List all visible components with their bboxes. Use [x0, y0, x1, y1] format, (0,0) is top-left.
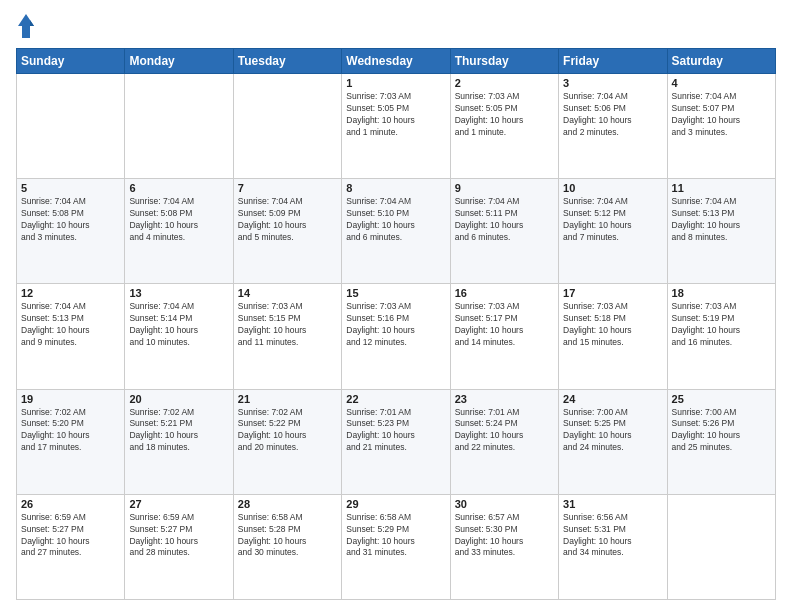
calendar-cell [125, 74, 233, 179]
day-number: 22 [346, 393, 445, 405]
day-number: 20 [129, 393, 228, 405]
calendar-cell: 24Sunrise: 7:00 AM Sunset: 5:25 PM Dayli… [559, 389, 667, 494]
day-info: Sunrise: 7:04 AM Sunset: 5:10 PM Dayligh… [346, 196, 445, 244]
day-number: 21 [238, 393, 337, 405]
calendar-cell: 2Sunrise: 7:03 AM Sunset: 5:05 PM Daylig… [450, 74, 558, 179]
calendar-cell: 15Sunrise: 7:03 AM Sunset: 5:16 PM Dayli… [342, 284, 450, 389]
logo [16, 12, 40, 40]
calendar-cell: 14Sunrise: 7:03 AM Sunset: 5:15 PM Dayli… [233, 284, 341, 389]
calendar-cell: 10Sunrise: 7:04 AM Sunset: 5:12 PM Dayli… [559, 179, 667, 284]
day-info: Sunrise: 7:03 AM Sunset: 5:05 PM Dayligh… [455, 91, 554, 139]
weekday-label: Monday [125, 49, 233, 74]
day-number: 11 [672, 182, 771, 194]
calendar-cell: 21Sunrise: 7:02 AM Sunset: 5:22 PM Dayli… [233, 389, 341, 494]
day-info: Sunrise: 6:57 AM Sunset: 5:30 PM Dayligh… [455, 512, 554, 560]
calendar-cell: 20Sunrise: 7:02 AM Sunset: 5:21 PM Dayli… [125, 389, 233, 494]
day-number: 15 [346, 287, 445, 299]
calendar-cell [667, 494, 775, 599]
calendar-cell: 13Sunrise: 7:04 AM Sunset: 5:14 PM Dayli… [125, 284, 233, 389]
day-info: Sunrise: 7:04 AM Sunset: 5:11 PM Dayligh… [455, 196, 554, 244]
day-number: 3 [563, 77, 662, 89]
calendar-week-row: 26Sunrise: 6:59 AM Sunset: 5:27 PM Dayli… [17, 494, 776, 599]
day-info: Sunrise: 6:58 AM Sunset: 5:28 PM Dayligh… [238, 512, 337, 560]
day-number: 6 [129, 182, 228, 194]
day-info: Sunrise: 7:04 AM Sunset: 5:08 PM Dayligh… [129, 196, 228, 244]
weekday-label: Wednesday [342, 49, 450, 74]
day-info: Sunrise: 7:01 AM Sunset: 5:24 PM Dayligh… [455, 407, 554, 455]
day-info: Sunrise: 6:59 AM Sunset: 5:27 PM Dayligh… [129, 512, 228, 560]
calendar-cell: 6Sunrise: 7:04 AM Sunset: 5:08 PM Daylig… [125, 179, 233, 284]
day-number: 19 [21, 393, 120, 405]
day-info: Sunrise: 6:58 AM Sunset: 5:29 PM Dayligh… [346, 512, 445, 560]
calendar-cell: 11Sunrise: 7:04 AM Sunset: 5:13 PM Dayli… [667, 179, 775, 284]
page-header [16, 12, 776, 40]
day-info: Sunrise: 7:00 AM Sunset: 5:25 PM Dayligh… [563, 407, 662, 455]
weekday-label: Thursday [450, 49, 558, 74]
calendar-cell [17, 74, 125, 179]
day-info: Sunrise: 7:03 AM Sunset: 5:16 PM Dayligh… [346, 301, 445, 349]
calendar-cell: 9Sunrise: 7:04 AM Sunset: 5:11 PM Daylig… [450, 179, 558, 284]
calendar-body: 1Sunrise: 7:03 AM Sunset: 5:05 PM Daylig… [17, 74, 776, 600]
day-info: Sunrise: 7:03 AM Sunset: 5:17 PM Dayligh… [455, 301, 554, 349]
day-info: Sunrise: 7:01 AM Sunset: 5:23 PM Dayligh… [346, 407, 445, 455]
weekday-label: Sunday [17, 49, 125, 74]
day-number: 2 [455, 77, 554, 89]
calendar-cell: 16Sunrise: 7:03 AM Sunset: 5:17 PM Dayli… [450, 284, 558, 389]
day-info: Sunrise: 7:04 AM Sunset: 5:13 PM Dayligh… [21, 301, 120, 349]
day-number: 10 [563, 182, 662, 194]
calendar-table: SundayMondayTuesdayWednesdayThursdayFrid… [16, 48, 776, 600]
day-info: Sunrise: 7:04 AM Sunset: 5:08 PM Dayligh… [21, 196, 120, 244]
calendar-cell: 4Sunrise: 7:04 AM Sunset: 5:07 PM Daylig… [667, 74, 775, 179]
day-number: 9 [455, 182, 554, 194]
day-info: Sunrise: 7:02 AM Sunset: 5:20 PM Dayligh… [21, 407, 120, 455]
day-info: Sunrise: 6:56 AM Sunset: 5:31 PM Dayligh… [563, 512, 662, 560]
day-number: 28 [238, 498, 337, 510]
day-info: Sunrise: 7:02 AM Sunset: 5:21 PM Dayligh… [129, 407, 228, 455]
calendar-cell: 3Sunrise: 7:04 AM Sunset: 5:06 PM Daylig… [559, 74, 667, 179]
day-info: Sunrise: 7:03 AM Sunset: 5:18 PM Dayligh… [563, 301, 662, 349]
day-number: 7 [238, 182, 337, 194]
calendar-cell: 23Sunrise: 7:01 AM Sunset: 5:24 PM Dayli… [450, 389, 558, 494]
day-number: 23 [455, 393, 554, 405]
day-info: Sunrise: 7:04 AM Sunset: 5:07 PM Dayligh… [672, 91, 771, 139]
calendar-cell: 31Sunrise: 6:56 AM Sunset: 5:31 PM Dayli… [559, 494, 667, 599]
day-number: 30 [455, 498, 554, 510]
day-info: Sunrise: 7:03 AM Sunset: 5:15 PM Dayligh… [238, 301, 337, 349]
day-number: 4 [672, 77, 771, 89]
day-number: 8 [346, 182, 445, 194]
day-number: 29 [346, 498, 445, 510]
day-info: Sunrise: 6:59 AM Sunset: 5:27 PM Dayligh… [21, 512, 120, 560]
calendar-cell: 27Sunrise: 6:59 AM Sunset: 5:27 PM Dayli… [125, 494, 233, 599]
day-info: Sunrise: 7:04 AM Sunset: 5:12 PM Dayligh… [563, 196, 662, 244]
calendar-cell: 28Sunrise: 6:58 AM Sunset: 5:28 PM Dayli… [233, 494, 341, 599]
calendar-cell: 29Sunrise: 6:58 AM Sunset: 5:29 PM Dayli… [342, 494, 450, 599]
calendar-cell: 1Sunrise: 7:03 AM Sunset: 5:05 PM Daylig… [342, 74, 450, 179]
calendar-week-row: 5Sunrise: 7:04 AM Sunset: 5:08 PM Daylig… [17, 179, 776, 284]
day-info: Sunrise: 7:03 AM Sunset: 5:19 PM Dayligh… [672, 301, 771, 349]
day-info: Sunrise: 7:04 AM Sunset: 5:09 PM Dayligh… [238, 196, 337, 244]
calendar-cell: 25Sunrise: 7:00 AM Sunset: 5:26 PM Dayli… [667, 389, 775, 494]
day-info: Sunrise: 7:04 AM Sunset: 5:14 PM Dayligh… [129, 301, 228, 349]
day-info: Sunrise: 7:04 AM Sunset: 5:06 PM Dayligh… [563, 91, 662, 139]
day-number: 5 [21, 182, 120, 194]
day-number: 31 [563, 498, 662, 510]
day-number: 25 [672, 393, 771, 405]
calendar-cell: 8Sunrise: 7:04 AM Sunset: 5:10 PM Daylig… [342, 179, 450, 284]
day-info: Sunrise: 7:02 AM Sunset: 5:22 PM Dayligh… [238, 407, 337, 455]
calendar-cell: 18Sunrise: 7:03 AM Sunset: 5:19 PM Dayli… [667, 284, 775, 389]
calendar-week-row: 19Sunrise: 7:02 AM Sunset: 5:20 PM Dayli… [17, 389, 776, 494]
day-number: 12 [21, 287, 120, 299]
calendar-cell: 12Sunrise: 7:04 AM Sunset: 5:13 PM Dayli… [17, 284, 125, 389]
calendar-cell: 26Sunrise: 6:59 AM Sunset: 5:27 PM Dayli… [17, 494, 125, 599]
calendar-week-row: 12Sunrise: 7:04 AM Sunset: 5:13 PM Dayli… [17, 284, 776, 389]
day-number: 17 [563, 287, 662, 299]
day-number: 14 [238, 287, 337, 299]
weekday-header-row: SundayMondayTuesdayWednesdayThursdayFrid… [17, 49, 776, 74]
calendar-cell: 22Sunrise: 7:01 AM Sunset: 5:23 PM Dayli… [342, 389, 450, 494]
day-number: 13 [129, 287, 228, 299]
day-number: 24 [563, 393, 662, 405]
calendar-cell: 30Sunrise: 6:57 AM Sunset: 5:30 PM Dayli… [450, 494, 558, 599]
day-number: 16 [455, 287, 554, 299]
day-info: Sunrise: 7:00 AM Sunset: 5:26 PM Dayligh… [672, 407, 771, 455]
day-info: Sunrise: 7:04 AM Sunset: 5:13 PM Dayligh… [672, 196, 771, 244]
